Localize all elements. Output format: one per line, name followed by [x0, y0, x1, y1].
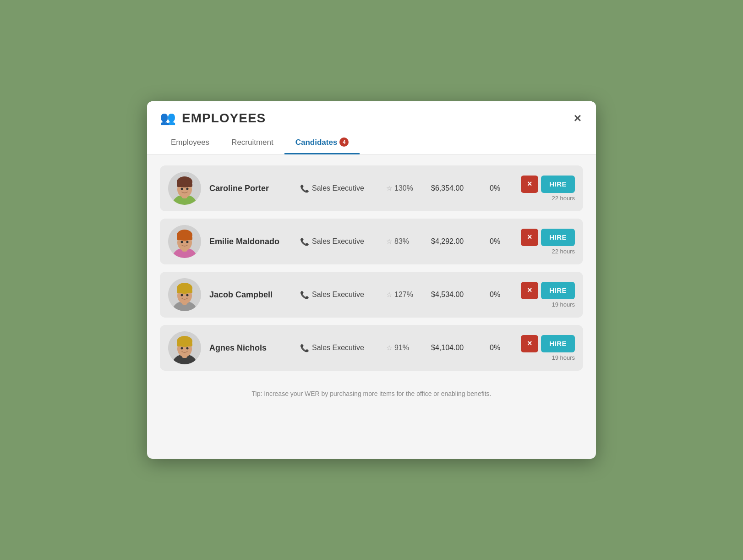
job-label: Sales Executive: [312, 344, 364, 352]
candidate-rating: ☆ 127%: [386, 291, 423, 299]
job-label: Sales Executive: [312, 184, 364, 192]
svg-point-7: [186, 188, 189, 190]
title-row: 👥 EMPLOYEES ×: [160, 110, 583, 126]
phone-icon: 📞: [300, 184, 309, 193]
candidate-avatar: [168, 278, 201, 311]
candidate-salary: $4,292.00: [431, 237, 481, 246]
svg-rect-21: [177, 290, 192, 293]
star-icon: ☆: [386, 344, 392, 352]
candidate-name: Agnes Nichols: [209, 343, 292, 353]
star-icon: ☆: [386, 184, 392, 192]
star-icon: ☆: [386, 291, 392, 299]
phone-icon: 📞: [300, 237, 309, 246]
svg-point-31: [186, 347, 189, 350]
candidate-actions: × HIRE 22 hours: [521, 176, 575, 202]
hire-button[interactable]: HIRE: [541, 282, 575, 299]
time-remaining: 19 hours: [552, 354, 575, 361]
candidate-card: Emilie Maldonado 📞 Sales Executive ☆ 83%…: [160, 219, 583, 264]
candidate-salary: $6,354.00: [431, 184, 481, 192]
svg-point-23: [186, 294, 189, 296]
candidate-rating: ☆ 130%: [386, 184, 423, 192]
rating-value: 91%: [394, 344, 409, 352]
svg-point-6: [181, 188, 183, 190]
candidate-wer: 0%: [490, 344, 510, 352]
candidate-job: 📞 Sales Executive: [300, 291, 378, 299]
action-buttons-group: × HIRE: [521, 335, 575, 352]
time-remaining: 22 hours: [552, 248, 575, 255]
candidate-rating: ☆ 83%: [386, 237, 423, 246]
action-buttons-group: × HIRE: [521, 282, 575, 299]
candidate-salary: $4,534.00: [431, 291, 481, 299]
svg-rect-13: [177, 236, 192, 240]
rating-value: 83%: [394, 237, 409, 246]
phone-icon: 📞: [300, 344, 309, 352]
time-remaining: 22 hours: [552, 195, 575, 202]
hire-button[interactable]: HIRE: [541, 335, 575, 352]
candidate-card: Caroline Porter 📞 Sales Executive ☆ 130%…: [160, 165, 583, 211]
candidate-name: Emilie Maldonado: [209, 237, 292, 247]
candidate-avatar: [168, 172, 201, 205]
reject-button[interactable]: ×: [521, 176, 538, 193]
modal-body: Caroline Porter 📞 Sales Executive ☆ 130%…: [147, 154, 596, 385]
candidate-salary: $4,104.00: [431, 344, 481, 352]
action-buttons-group: × HIRE: [521, 176, 575, 193]
candidate-wer: 0%: [490, 184, 510, 192]
employees-icon: 👥: [160, 110, 176, 126]
action-buttons-group: × HIRE: [521, 229, 575, 246]
hire-button[interactable]: HIRE: [541, 176, 575, 193]
svg-rect-29: [177, 343, 192, 346]
hire-button[interactable]: HIRE: [541, 229, 575, 246]
candidate-actions: × HIRE 19 hours: [521, 282, 575, 308]
candidate-card: Jacob Campbell 📞 Sales Executive ☆ 127% …: [160, 272, 583, 318]
modal-header: 👥 EMPLOYEES × EmployeesRecruitmentCandid…: [147, 101, 596, 154]
reject-button[interactable]: ×: [521, 229, 538, 246]
time-remaining: 19 hours: [552, 301, 575, 308]
candidate-avatar: [168, 225, 201, 258]
tab-recruitment[interactable]: Recruitment: [220, 133, 284, 154]
candidate-wer: 0%: [490, 291, 510, 299]
rating-value: 127%: [394, 291, 413, 299]
candidate-card: Agnes Nichols 📞 Sales Executive ☆ 91% $4…: [160, 325, 583, 371]
reject-button[interactable]: ×: [521, 335, 538, 352]
close-button[interactable]: ×: [572, 112, 583, 125]
reject-button[interactable]: ×: [521, 282, 538, 299]
candidate-rating: ☆ 91%: [386, 344, 423, 352]
svg-point-14: [181, 241, 183, 243]
tab-employees[interactable]: Employees: [160, 133, 220, 154]
candidate-actions: × HIRE 22 hours: [521, 229, 575, 255]
modal-title: 👥 EMPLOYEES: [160, 110, 266, 126]
modal-title-text: EMPLOYEES: [182, 111, 266, 126]
tab-bar: EmployeesRecruitmentCandidates4: [160, 133, 583, 154]
employees-modal: 👥 EMPLOYEES × EmployeesRecruitmentCandid…: [147, 101, 596, 459]
job-label: Sales Executive: [312, 291, 364, 299]
tab-candidates[interactable]: Candidates4: [284, 133, 360, 154]
tip-text: Tip: Increase your WER by purchasing mor…: [147, 385, 596, 400]
rating-value: 130%: [394, 184, 413, 192]
candidate-avatar: [168, 331, 201, 364]
svg-rect-5: [177, 183, 192, 187]
tab-candidates-badge: 4: [339, 137, 349, 147]
svg-point-30: [181, 347, 183, 350]
phone-icon: 📞: [300, 291, 309, 299]
star-icon: ☆: [386, 237, 392, 246]
candidate-job: 📞 Sales Executive: [300, 184, 378, 193]
job-label: Sales Executive: [312, 237, 364, 246]
candidate-job: 📞 Sales Executive: [300, 344, 378, 352]
svg-point-22: [181, 294, 183, 296]
candidate-job: 📞 Sales Executive: [300, 237, 378, 246]
candidate-name: Jacob Campbell: [209, 290, 292, 300]
svg-point-15: [186, 241, 189, 243]
candidate-name: Caroline Porter: [209, 184, 292, 193]
candidate-wer: 0%: [490, 237, 510, 246]
candidate-actions: × HIRE 19 hours: [521, 335, 575, 361]
